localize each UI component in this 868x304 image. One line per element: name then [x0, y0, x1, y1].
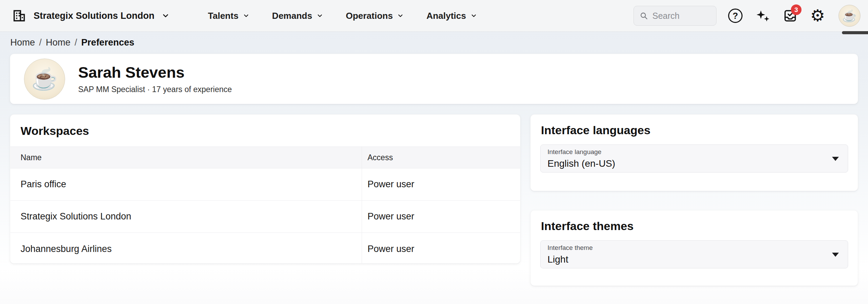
- breadcrumb-current: Preferences: [81, 37, 134, 48]
- chevron-down-icon: [161, 12, 170, 20]
- workspace-access-cell: Power user: [362, 201, 520, 232]
- gear-icon: ⚙: [810, 8, 825, 24]
- chevron-down-icon: [316, 12, 323, 19]
- interface-themes-title: Interface themes: [531, 211, 858, 240]
- workspaces-card: Workspaces Name Access Paris office Powe…: [10, 114, 520, 264]
- topbar: Strategix Solutions London Talents Deman…: [0, 0, 868, 31]
- profile-card: ☕ Sarah Stevens SAP MM Specialist · 17 y…: [10, 54, 858, 104]
- nav-item-talents[interactable]: Talents: [208, 11, 250, 21]
- select-label: Interface language: [547, 148, 848, 156]
- workspace-access-cell: Power user: [362, 168, 520, 200]
- breadcrumb-home-1[interactable]: Home: [10, 37, 35, 48]
- caret-down-icon: [832, 157, 839, 161]
- select-value: English (en-US): [547, 158, 848, 169]
- workspace-switcher[interactable]: Strategix Solutions London: [12, 8, 170, 23]
- topbar-actions: ? 3 ⚙ ☕: [634, 5, 863, 27]
- table-header-row: Name Access: [10, 147, 520, 168]
- chevron-down-icon: [470, 12, 477, 19]
- user-avatar[interactable]: ☕: [839, 5, 860, 27]
- chevron-down-icon: [397, 12, 404, 19]
- coffee-cup-icon: ☕: [31, 66, 58, 91]
- coffee-cup-icon: ☕: [842, 9, 857, 23]
- nav-item-analytics[interactable]: Analytics: [426, 11, 477, 21]
- workspace-access-cell: Power user: [362, 233, 520, 264]
- workspace-name: Strategix Solutions London: [34, 11, 155, 21]
- table-row: Strategix Solutions London Power user: [10, 201, 520, 233]
- workspaces-title: Workspaces: [10, 115, 520, 147]
- workspace-name-cell: Strategix Solutions London: [10, 201, 362, 232]
- interface-theme-select[interactable]: Interface theme Light: [540, 240, 848, 268]
- interface-languages-title: Interface languages: [531, 115, 858, 144]
- main-nav: Talents Demands Operations Analytics: [208, 11, 477, 21]
- chevron-down-icon: [243, 12, 250, 19]
- ai-assistant-button[interactable]: [754, 7, 771, 24]
- scrollbar-thumb[interactable]: [842, 31, 868, 34]
- interface-languages-card: Interface languages Interface language E…: [530, 114, 858, 191]
- column-header-access: Access: [362, 147, 520, 168]
- interface-language-select[interactable]: Interface language English (en-US): [540, 144, 848, 173]
- select-value: Light: [547, 254, 848, 265]
- nav-label: Operations: [346, 11, 393, 21]
- profile-avatar: ☕: [24, 59, 65, 100]
- building-icon: [12, 8, 27, 23]
- interface-themes-card: Interface themes Interface theme Light: [530, 210, 858, 286]
- profile-subtitle: SAP MM Specialist · 17 years of experien…: [78, 85, 232, 94]
- breadcrumb-home-2[interactable]: Home: [46, 37, 71, 48]
- breadcrumb: Home / Home / Preferences: [10, 33, 134, 52]
- profile-name: Sarah Stevens: [78, 64, 232, 81]
- column-header-name: Name: [10, 147, 362, 168]
- caret-down-icon: [832, 253, 839, 257]
- workspace-name-cell: Johannesburg Airlines: [10, 233, 362, 264]
- nav-label: Talents: [208, 11, 239, 21]
- nav-item-operations[interactable]: Operations: [346, 11, 404, 21]
- search-input[interactable]: [652, 11, 704, 21]
- settings-button[interactable]: ⚙: [809, 7, 826, 24]
- select-label: Interface theme: [547, 244, 848, 252]
- profile-info: Sarah Stevens SAP MM Specialist · 17 yea…: [78, 64, 232, 94]
- search-box: [634, 6, 716, 26]
- table-row: Johannesburg Airlines Power user: [10, 233, 520, 264]
- inbox-button[interactable]: 3: [782, 7, 799, 24]
- nav-label: Analytics: [426, 11, 466, 21]
- table-row: Paris office Power user: [10, 168, 520, 201]
- question-mark-icon: ?: [728, 9, 743, 23]
- workspace-name-cell: Paris office: [10, 168, 362, 200]
- search-icon: [639, 11, 648, 20]
- workspaces-table: Name Access Paris office Power user Stra…: [10, 147, 520, 264]
- nav-item-demands[interactable]: Demands: [272, 11, 323, 21]
- sparkles-icon: [755, 8, 770, 23]
- nav-label: Demands: [272, 11, 312, 21]
- breadcrumb-separator: /: [39, 37, 42, 48]
- breadcrumb-separator: /: [75, 37, 77, 48]
- help-button[interactable]: ?: [727, 7, 744, 24]
- notification-badge: 3: [791, 4, 801, 15]
